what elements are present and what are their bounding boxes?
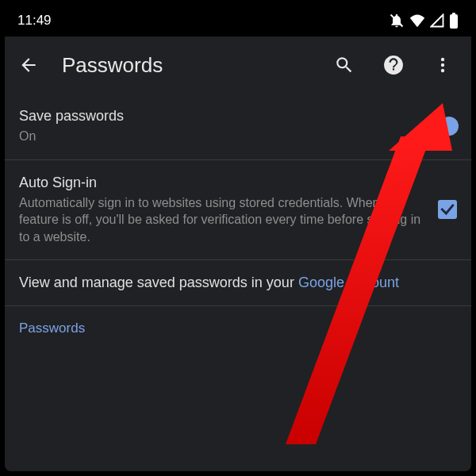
arrow-back-icon bbox=[18, 55, 39, 75]
save-passwords-status: On bbox=[19, 128, 411, 145]
help-icon bbox=[383, 55, 404, 75]
help-button[interactable] bbox=[378, 49, 409, 81]
svg-point-4 bbox=[441, 58, 444, 61]
search-button[interactable] bbox=[328, 49, 360, 81]
passwords-section-label: Passwords bbox=[5, 306, 471, 336]
auto-signin-checkbox[interactable] bbox=[438, 200, 457, 219]
google-account-link[interactable]: Google Account bbox=[298, 274, 399, 290]
svg-point-5 bbox=[441, 63, 444, 67]
more-vert-icon bbox=[433, 56, 452, 75]
battery-icon bbox=[449, 13, 459, 29]
svg-rect-1 bbox=[450, 14, 458, 29]
auto-signin-desc: Automatically sign in to websites using … bbox=[19, 194, 425, 246]
back-button[interactable] bbox=[13, 49, 44, 81]
manage-passwords-row[interactable]: View and manage saved passwords in your … bbox=[5, 260, 471, 306]
clock: 11:49 bbox=[17, 13, 52, 29]
status-bar: 11:49 bbox=[5, 5, 471, 36]
status-icons bbox=[389, 13, 459, 29]
more-options-button[interactable] bbox=[427, 49, 459, 81]
page-title: Passwords bbox=[62, 53, 311, 78]
auto-signin-title: Auto Sign-in bbox=[19, 175, 425, 191]
wifi-icon bbox=[409, 13, 425, 28]
manage-prefix: View and manage saved passwords in your bbox=[19, 274, 298, 290]
notifications-off-icon bbox=[389, 13, 405, 29]
cellular-signal-icon bbox=[430, 13, 444, 28]
save-passwords-toggle[interactable] bbox=[424, 117, 457, 136]
auto-signin-row[interactable]: Auto Sign-in Automatically sign in to we… bbox=[5, 160, 471, 261]
save-passwords-title: Save passwords bbox=[19, 108, 411, 125]
app-bar: Passwords bbox=[5, 36, 471, 94]
search-icon bbox=[334, 55, 355, 75]
svg-point-6 bbox=[441, 69, 444, 72]
manage-passwords-text: View and manage saved passwords in your … bbox=[19, 274, 457, 291]
save-passwords-row[interactable]: Save passwords On bbox=[5, 94, 471, 160]
svg-rect-2 bbox=[452, 13, 455, 15]
check-icon bbox=[440, 202, 455, 217]
